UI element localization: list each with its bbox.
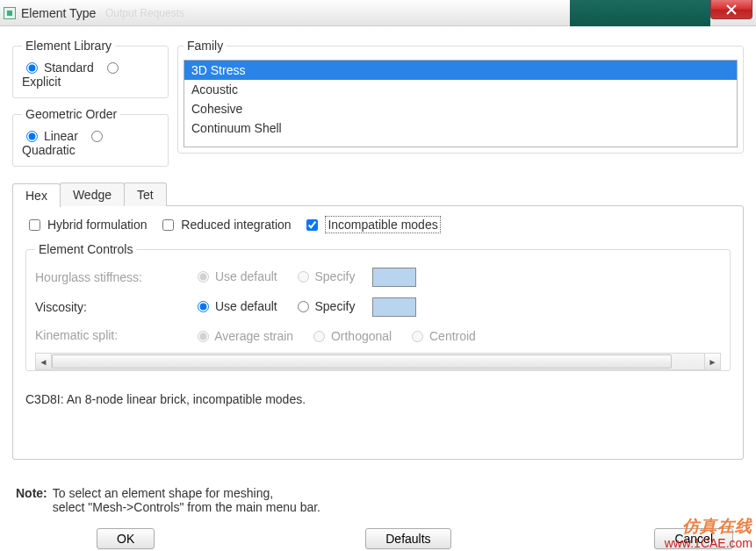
note-line2: select "Mesh->Controls" from the main me… xyxy=(53,500,320,514)
defaults-button[interactable]: Defaults xyxy=(365,528,450,549)
check-reduced-label: Reduced integration xyxy=(181,218,291,232)
viscosity-label: Viscosity: xyxy=(35,300,193,314)
radio-explicit-input[interactable] xyxy=(107,62,119,74)
scroll-left-button[interactable]: ◄ xyxy=(36,354,52,369)
note-row: Note: To select an element shape for mes… xyxy=(16,486,744,514)
horizontal-scrollbar[interactable]: ◄ ► xyxy=(35,353,721,370)
tab-tet[interactable]: Tet xyxy=(124,182,167,206)
check-incompatible-input[interactable] xyxy=(306,219,318,231)
radio-standard-label: Standard xyxy=(44,61,94,75)
viscosity-value-input[interactable] xyxy=(372,297,416,317)
radio-explicit-label: Explicit xyxy=(22,75,61,89)
radio-standard[interactable]: Standard xyxy=(22,61,97,75)
radio-linear[interactable]: Linear xyxy=(22,129,82,143)
element-library-group: Element Library Standard Explicit xyxy=(12,39,169,98)
radio-linear-label: Linear xyxy=(44,129,78,143)
scroll-right-button[interactable]: ► xyxy=(704,354,720,369)
check-hybrid-label: Hybrid formulation xyxy=(47,218,148,232)
tab-strip: Hex Wedge Tet xyxy=(12,182,744,206)
app-icon xyxy=(4,7,16,19)
family-legend: Family xyxy=(184,39,227,53)
hourglass-value-input xyxy=(372,268,416,287)
window-title: Element Type xyxy=(21,6,96,20)
check-hybrid-input[interactable] xyxy=(29,219,40,231)
geometric-order-legend: Geometric Order xyxy=(22,107,120,121)
kinematic-avg: Average strain xyxy=(193,329,293,343)
close-icon xyxy=(726,4,737,15)
radio-quadratic-input[interactable] xyxy=(91,131,103,142)
kinematic-orth: Orthogonal xyxy=(309,329,392,343)
button-row: OK Defaults Cancel xyxy=(12,528,744,549)
titlebar: Element Type Output Requests xyxy=(0,0,756,26)
background-blur: Output Requests xyxy=(105,0,184,26)
kinematic-cent: Centroid xyxy=(407,329,476,343)
element-library-legend: Element Library xyxy=(22,39,115,53)
note-line1: To select an element shape for meshing, xyxy=(53,486,320,500)
family-group: Family 3D Stress Acoustic Cohesive Conti… xyxy=(177,39,744,154)
ok-button[interactable]: OK xyxy=(97,528,155,549)
cancel-button[interactable]: Cancel xyxy=(654,528,733,549)
tab-hex[interactable]: Hex xyxy=(12,183,61,207)
family-item-continuum-shell[interactable]: Continuum Shell xyxy=(184,118,737,138)
geometric-order-group: Geometric Order Linear Quadratic xyxy=(12,107,169,167)
viscosity-specify[interactable]: Specify xyxy=(293,299,356,313)
tab-wedge[interactable]: Wedge xyxy=(60,182,125,206)
note-label: Note: xyxy=(16,486,47,514)
element-controls-group: Element Controls Hourglass stiffness: Us… xyxy=(25,242,731,371)
hourglass-label: Hourglass stiffness: xyxy=(35,270,193,284)
note-text: To select an element shape for meshing, … xyxy=(53,486,320,514)
close-button[interactable] xyxy=(710,0,752,19)
family-item-3d-stress[interactable]: 3D Stress xyxy=(184,61,737,80)
radio-quadratic-label: Quadratic xyxy=(22,143,76,157)
viscosity-opts: Use default Specify xyxy=(193,297,721,317)
radio-standard-input[interactable] xyxy=(26,62,38,74)
element-controls-legend: Element Controls xyxy=(35,242,136,256)
dialog-body: Element Library Standard Explicit Geomet… xyxy=(0,26,756,551)
hourglass-opts: Use default Specify xyxy=(193,268,721,287)
chrome-background xyxy=(570,0,710,26)
check-incompatible[interactable]: Incompatible modes xyxy=(303,218,440,232)
check-hybrid[interactable]: Hybrid formulation xyxy=(25,218,150,232)
tab-panel-hex: Hybrid formulation Reduced integration I… xyxy=(12,205,744,460)
scroll-thumb[interactable] xyxy=(52,354,672,369)
kinematic-label: Kinematic split: xyxy=(35,328,193,342)
element-description: C3D8I: An 8-node linear brick, incompati… xyxy=(25,392,731,406)
hourglass-usedefault: Use default xyxy=(193,269,277,283)
family-item-acoustic[interactable]: Acoustic xyxy=(184,80,737,99)
family-item-cohesive[interactable]: Cohesive xyxy=(184,99,737,118)
check-incompatible-label: Incompatible modes xyxy=(325,216,440,233)
viscosity-usedefault[interactable]: Use default xyxy=(193,299,277,313)
scroll-track[interactable] xyxy=(52,354,704,369)
radio-linear-input[interactable] xyxy=(26,131,38,142)
check-reduced[interactable]: Reduced integration xyxy=(159,218,294,232)
kinematic-opts: Average strain Orthogonal Centroid xyxy=(193,328,721,343)
hourglass-specify: Specify xyxy=(293,269,356,283)
check-reduced-input[interactable] xyxy=(162,219,174,231)
family-listbox[interactable]: 3D Stress Acoustic Cohesive Continuum Sh… xyxy=(184,60,738,147)
